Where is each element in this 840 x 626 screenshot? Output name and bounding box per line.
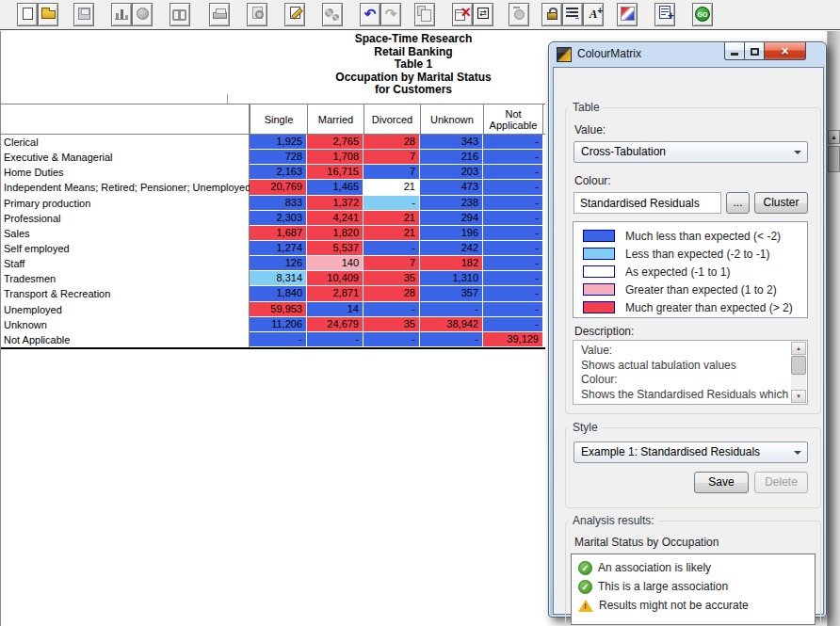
table-cell[interactable]: 35 (363, 317, 420, 332)
minimize-button[interactable] (724, 42, 745, 60)
colour-matrix-button[interactable] (617, 3, 638, 26)
table-cell[interactable]: - (483, 165, 543, 180)
row-label[interactable]: Primary production (1, 196, 250, 211)
row-label[interactable]: Executive & Managerial (1, 150, 250, 165)
table-cell[interactable]: - (483, 135, 543, 150)
description-scroll-up-button[interactable] (791, 342, 806, 355)
table-cell[interactable]: 473 (420, 180, 483, 195)
table-cell[interactable]: 11,206 (250, 317, 307, 332)
table-cell[interactable]: - (483, 271, 543, 286)
description-scroll-down-button[interactable] (791, 390, 806, 403)
table-cell[interactable]: 1,708 (307, 150, 363, 165)
column-header[interactable]: Single (250, 104, 307, 135)
table-cell[interactable]: 1,820 (307, 226, 363, 241)
table-cell[interactable]: 242 (420, 241, 483, 256)
font-size-button[interactable]: A (583, 3, 604, 26)
table-cell[interactable]: 28 (363, 135, 420, 150)
table-cell[interactable]: 2,765 (307, 135, 363, 150)
table-cell[interactable]: - (483, 256, 543, 271)
table-cell[interactable]: 1,925 (250, 135, 307, 150)
table-cell[interactable]: - (483, 317, 543, 332)
new-document-button[interactable] (17, 3, 38, 26)
table-cell[interactable]: 1,465 (307, 180, 363, 195)
table-cell[interactable]: 35 (363, 271, 420, 286)
table-cell[interactable]: 343 (420, 135, 483, 150)
row-label[interactable]: Sales (1, 226, 250, 241)
table-cell[interactable]: - (483, 196, 543, 211)
table-cell[interactable]: 140 (307, 256, 363, 271)
table-cell[interactable]: 39,129 (483, 332, 543, 347)
indent-labels-button[interactable] (562, 3, 583, 26)
table-cell[interactable]: 2,163 (250, 165, 307, 180)
print-button[interactable] (209, 3, 230, 26)
table-cell[interactable]: 16,715 (307, 165, 363, 180)
cluster-button[interactable]: Cluster (754, 192, 808, 214)
table-cell[interactable]: 203 (420, 165, 483, 180)
table-cell[interactable]: 1,840 (250, 286, 307, 301)
table-cell[interactable]: - (483, 286, 543, 301)
value-select[interactable]: Cross-Tabulation (573, 141, 808, 163)
table-cell[interactable]: 21 (363, 180, 420, 195)
table-cell[interactable]: 1,687 (250, 226, 307, 241)
undo-button[interactable] (360, 3, 380, 26)
table-cell[interactable]: 126 (250, 256, 307, 271)
vertical-scrollbar[interactable] (827, 31, 840, 626)
row-label[interactable]: Professional (1, 211, 250, 226)
go-button[interactable]: GO (692, 3, 713, 26)
table-cell[interactable]: 8,314 (250, 271, 307, 286)
transpose-button[interactable] (473, 3, 493, 26)
table-cell[interactable]: 1,310 (420, 271, 483, 286)
table-cell[interactable]: 7 (363, 256, 420, 271)
table-cell[interactable]: 7 (363, 165, 420, 180)
table-cell[interactable]: 14 (307, 302, 363, 317)
table-cell[interactable]: 1,372 (307, 196, 363, 211)
description-scrollbar[interactable] (791, 342, 806, 403)
row-label[interactable]: Unknown (1, 317, 250, 332)
table-cell[interactable]: - (307, 332, 363, 347)
table-cell[interactable]: 2,871 (307, 286, 363, 301)
table-cell[interactable]: 196 (420, 226, 483, 241)
table-cell[interactable]: 216 (420, 150, 483, 165)
row-label[interactable]: Tradesmen (1, 271, 250, 286)
table-cell[interactable]: - (363, 332, 420, 347)
table-cell[interactable]: 5,537 (307, 241, 363, 256)
table-cell[interactable]: 20,769 (250, 180, 307, 195)
table-cell[interactable]: 59,953 (250, 302, 307, 317)
table-cell[interactable]: - (363, 196, 420, 211)
table-cell[interactable]: 1,274 (250, 241, 307, 256)
table-cell[interactable]: - (363, 302, 420, 317)
table-cell[interactable]: 28 (363, 286, 420, 301)
table-cell[interactable]: - (420, 302, 483, 317)
table-cell[interactable]: 38,942 (420, 317, 483, 332)
table-cell[interactable]: 833 (250, 196, 307, 211)
delete-item-button[interactable] (452, 3, 473, 26)
column-header[interactable]: Married (307, 104, 363, 135)
column-header[interactable]: Not Applicable (483, 104, 543, 135)
table-cell[interactable]: 7 (363, 150, 420, 165)
table-cell[interactable]: - (483, 150, 543, 165)
table-cell[interactable]: 4,241 (307, 211, 363, 226)
table-cell[interactable]: 2,303 (250, 211, 307, 226)
scrollbar-up-button[interactable] (828, 130, 840, 144)
row-label[interactable]: Not Applicable (1, 332, 250, 347)
colour-input[interactable] (573, 192, 721, 214)
description-scroll-thumb[interactable] (791, 356, 806, 375)
edit-annotations-button[interactable] (284, 3, 305, 26)
row-label[interactable]: Home Duties (1, 165, 250, 180)
row-label[interactable]: Independent Means; Retired; Pensioner; U… (1, 180, 250, 195)
scrollbar-thumb[interactable] (828, 146, 840, 172)
table-cell[interactable]: 24,679 (307, 317, 363, 332)
table-cell[interactable]: 21 (363, 211, 420, 226)
table-cell[interactable]: 182 (420, 256, 483, 271)
open-file-button[interactable] (38, 3, 58, 26)
close-button[interactable] (764, 42, 806, 60)
row-label[interactable]: Staff (1, 256, 250, 271)
table-cell[interactable]: - (363, 241, 420, 256)
row-label[interactable]: Self employed (1, 241, 250, 256)
dialog-titlebar[interactable]: ColourMatrix (549, 42, 826, 67)
save-button[interactable]: Save (694, 472, 749, 493)
table-cell[interactable]: - (483, 211, 543, 226)
table-cell[interactable]: - (483, 302, 543, 317)
new-annotation-button[interactable] (654, 3, 675, 26)
table-cell[interactable]: - (420, 332, 483, 347)
